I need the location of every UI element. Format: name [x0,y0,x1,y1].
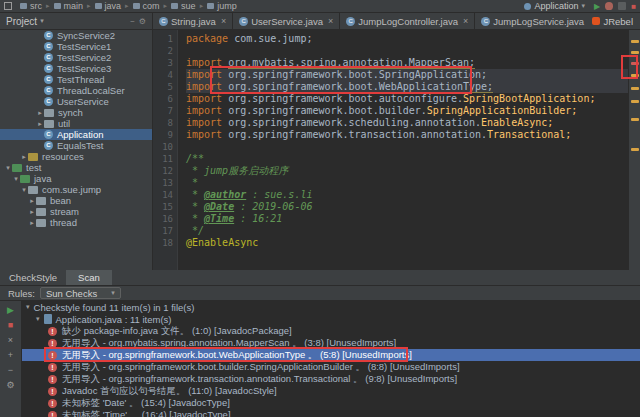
editor-tab-JumpLogService.java[interactable]: CJumpLogService.java× [475,13,585,29]
tree-item-thread[interactable]: ▸thread [0,217,152,228]
editor-tab-String.java[interactable]: CString.java× [153,13,233,29]
coverage-button[interactable] [618,2,626,10]
stripe-mark[interactable] [631,118,639,121]
checkstyle-issue[interactable]: !无用导入 - org.springframework.boot.builder… [22,361,640,373]
chevron-expanded-icon[interactable]: ▾ [12,175,20,183]
stripe-mark[interactable] [631,62,639,65]
stripe-mark[interactable] [631,51,639,54]
code-line-9[interactable]: import org.springframework.transaction.a… [186,129,628,141]
tree-item-synch[interactable]: ▸synch [0,107,152,118]
tree-item-TestThread[interactable]: CTestThread [0,74,152,85]
checkstyle-issue[interactable]: !未知标签 'Date' 。 (15:4) [JavadocType] [22,397,640,409]
tree-item-TestService1[interactable]: CTestService1 [0,41,152,52]
breadcrumb-item-java[interactable]: java [92,1,125,11]
code-line-8[interactable]: import org.springframework.scheduling.an… [186,117,628,129]
window-grid-icon[interactable] [4,2,12,10]
error-stripe[interactable] [628,30,640,270]
code-line-1[interactable]: package com.sue.jump; [186,33,628,45]
debug-button[interactable] [605,2,613,10]
code-line-12[interactable]: * jump服务启动程序 [186,165,628,177]
tree-item-java[interactable]: ▾java [0,173,152,184]
breadcrumb-item-sue[interactable]: sue [168,1,199,11]
checkstyle-issue[interactable]: !Javadoc 首句应以句号结尾。 (11:0) [JavadocStyle] [22,385,640,397]
tree-item-EqualsTest[interactable]: CEqualsTest [0,140,152,151]
expand-all-button[interactable]: + [5,350,17,361]
stop-button[interactable]: ■ [631,1,636,12]
stripe-mark[interactable] [631,74,639,77]
chevron-expanded-icon[interactable]: ▾ [4,164,12,172]
code-line-4[interactable]: import org.springframework.boot.SpringAp… [186,69,628,81]
code-line-7[interactable]: import org.springframework.boot.builder.… [186,105,628,117]
editor-code[interactable]: package com.sue.jump;import org.mybatis.… [178,30,628,270]
tree-item-test[interactable]: ▾test [0,162,152,173]
chevron-expanded-icon[interactable]: ▾ [36,315,40,323]
checkstyle-issue[interactable]: !未知标签 'Time' 。 (16:4) [JavadocType] [22,409,640,417]
code-line-15[interactable]: * @Date : 2019-06-06 [186,201,628,213]
breadcrumb-item-src[interactable]: src [17,1,45,11]
tree-item-SyncService2[interactable]: CSyncService2 [0,30,152,41]
code-line-10[interactable] [186,141,628,153]
tree-item-com.sue.jump[interactable]: ▾com.sue.jump [0,184,152,195]
chevron-collapsed-icon[interactable]: ▸ [28,219,36,227]
breadcrumb-item-com[interactable]: com [130,1,163,11]
project-panel-header[interactable]: Project ▾ − ⚙ [0,13,153,29]
breadcrumb-item-main[interactable]: main [51,1,87,11]
checkstyle-issue[interactable]: !无用导入 - org.springframework.boot.WebAppl… [22,349,640,361]
tree-item-UserService[interactable]: CUserService [0,96,152,107]
checkstyle-issue[interactable]: !无用导入 - org.springframework.transaction.… [22,373,640,385]
stop-scan-button[interactable]: ■ [5,320,17,331]
stripe-mark[interactable] [631,87,639,90]
rules-select[interactable]: Sun Checks ▾ [40,287,121,299]
chevron-collapsed-icon[interactable]: ▸ [36,109,44,117]
editor-tab-UserService.java[interactable]: CUserService.java× [233,13,340,29]
checkstyle-panel-title[interactable]: CheckStyle [0,272,66,283]
code-line-2[interactable] [186,45,628,57]
checkstyle-summary-row[interactable]: ▾ Checkstyle found 11 item(s) in 1 file(… [22,301,640,313]
tree-item-TestService3[interactable]: CTestService3 [0,63,152,74]
tree-item-resources[interactable]: ▸resources [0,151,152,162]
tree-item-TestService2[interactable]: CTestService2 [0,52,152,63]
code-line-13[interactable]: * [186,177,628,189]
tree-item-Application[interactable]: CApplication [0,129,152,140]
gear-icon[interactable]: ⚙ [139,17,146,26]
collapse-all-button[interactable]: − [5,365,17,376]
close-icon[interactable]: × [463,16,468,26]
clear-button[interactable]: × [5,335,17,346]
code-line-6[interactable]: import org.springframework.boot.autoconf… [186,93,628,105]
settings-button[interactable]: ⚙ [5,380,17,391]
tree-item-bean[interactable]: ▸bean [0,195,152,206]
chevron-expanded-icon[interactable]: ▾ [26,303,30,311]
chevron-collapsed-icon[interactable]: ▸ [36,120,44,128]
code-line-3[interactable]: import org.mybatis.spring.annotation.Map… [186,57,628,69]
code-line-16[interactable]: * @Time : 16:21 [186,213,628,225]
close-icon[interactable]: × [221,16,226,26]
stripe-mark[interactable] [631,148,639,151]
editor[interactable]: 123456789101112131415161718 package com.… [153,30,628,270]
collapse-all-icon[interactable]: − [130,17,135,26]
run-button[interactable]: ▶ [594,1,600,12]
code-line-5[interactable]: import org.springframework.boot.WebAppli… [186,81,628,93]
code-line-17[interactable]: */ [186,225,628,237]
chevron-collapsed-icon[interactable]: ▸ [20,153,28,161]
jrebel-button[interactable]: JRebel [585,13,640,29]
tree-item-stream[interactable]: ▸stream [0,206,152,217]
checkstyle-issue[interactable]: !无用导入 - org.mybatis.spring.annotation.Ma… [22,337,640,349]
tree-item-util[interactable]: ▸util [0,118,152,129]
stripe-mark[interactable] [631,40,639,43]
code-line-14[interactable]: * @author : sue.s.li [186,189,628,201]
close-icon[interactable]: × [328,16,333,26]
code-line-18[interactable]: @EnableAsync [186,237,628,249]
stripe-mark[interactable] [631,100,639,103]
code-line-11[interactable]: /** [186,153,628,165]
rerun-button[interactable]: ▶ [5,305,17,316]
tree-item-ThreadLocalSer[interactable]: CThreadLocalSer [0,85,152,96]
run-config-select[interactable]: Application ▾ [520,1,589,12]
checkstyle-file-row[interactable]: ▾ Application.java : 11 item(s) [22,313,640,325]
tab-scan[interactable]: Scan [66,270,112,285]
chevron-expanded-icon[interactable]: ▾ [20,186,28,194]
checkstyle-issue[interactable]: !缺少 package-info.java 文件。 (1:0) [Javadoc… [22,325,640,337]
breadcrumb-item-jump[interactable]: jump [204,1,240,11]
chevron-collapsed-icon[interactable]: ▸ [28,197,36,205]
chevron-collapsed-icon[interactable]: ▸ [28,208,36,216]
editor-tab-JumpLogController.java[interactable]: CJumpLogController.java× [340,13,475,29]
